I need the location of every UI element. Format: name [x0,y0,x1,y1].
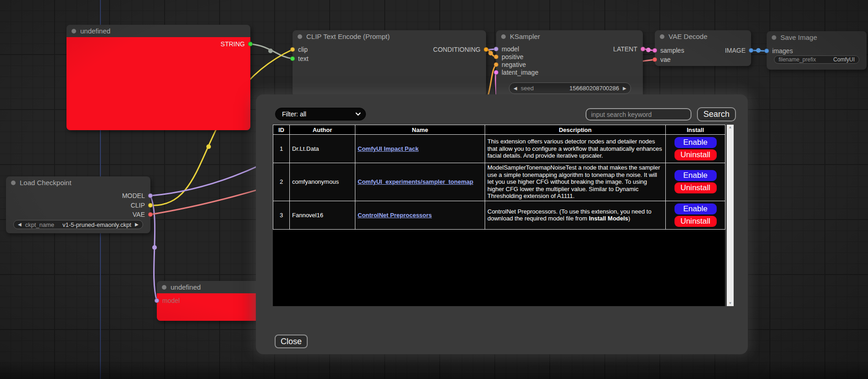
slot-dot-icon[interactable] [155,298,159,303]
close-button[interactable]: Close [275,335,308,348]
input-slot-latent-image[interactable]: latent_image [494,68,538,77]
table-row: 1 Dr.Lt.Data ComfyUI Impact Pack This ex… [273,135,725,163]
slot-dot-icon[interactable] [652,57,657,62]
scroll-up-icon[interactable]: ▲ [729,126,732,129]
slot-dot-icon[interactable] [652,48,657,53]
output-slot-vae[interactable]: VAE [133,210,153,219]
filter-dropdown[interactable]: Filter: all [275,108,366,121]
increment-arrow-icon[interactable]: ▶ [623,86,626,91]
widget-value[interactable]: 156680208700286 [569,85,619,92]
slot-dot-icon[interactable] [290,47,295,52]
extension-link[interactable]: ComfyUI_experiments/sampler_tonemap [358,178,473,185]
next-arrow-icon[interactable]: ▶ [135,222,138,227]
widget-name: seed [521,85,534,92]
search-button[interactable]: Search [697,107,736,121]
slot-dot-icon[interactable] [290,56,295,61]
extension-table-region: ID Author Name Description Install 1 Dr.… [273,125,725,306]
uninstall-button[interactable]: Uninstall [674,149,717,160]
node-load-checkpoint[interactable]: Load Checkpoint MODEL CLIP VAE ◀ ckpt_na… [6,176,150,233]
node-undefined-top[interactable]: undefined STRING [66,25,250,130]
node-title-bar[interactable]: Load Checkpoint [6,176,150,189]
input-slot-text[interactable]: text [290,55,309,63]
node-title-bar[interactable]: VAE Decode [655,30,751,43]
table-row: 3 Fannovel16 ControlNet Preprocessors Co… [273,201,725,229]
seed-widget[interactable]: ◀ seed 156680208700286 ▶ [509,82,631,94]
widget-name: ckpt_name [25,221,55,228]
slot-dot-icon[interactable] [148,212,153,217]
extension-table: ID Author Name Description Install 1 Dr.… [273,125,725,230]
collapse-dot-icon[interactable] [772,35,776,40]
collapse-dot-icon[interactable] [660,34,664,39]
widget-name: filename_prefix [779,56,816,63]
collapse-dot-icon[interactable] [11,181,16,185]
col-header-description: Description [485,125,666,135]
uninstall-button[interactable]: Uninstall [674,216,717,227]
input-slot-model[interactable]: model [494,45,519,53]
custom-nodes-dialog: Filter: all Search ID Author Name Descri… [256,94,748,354]
node-title: Save Image [780,33,817,41]
prev-arrow-icon[interactable]: ◀ [18,222,22,227]
slot-dot-icon[interactable] [248,42,253,46]
ckpt-name-widget[interactable]: ◀ ckpt_name v1-5-pruned-emaonly.ckpt ▶ [13,220,143,229]
search-input[interactable] [586,108,691,121]
output-slot-image[interactable]: IMAGE [725,46,753,55]
output-slot-model[interactable]: MODEL [122,192,153,200]
slot-dot-icon[interactable] [641,47,645,51]
row-author: Dr.Lt.Data [290,135,355,163]
node-vae-decode[interactable]: VAE Decode samples vae IMAGE [655,30,751,66]
collapse-dot-icon[interactable] [501,34,506,39]
input-slot-vae[interactable]: vae [652,55,671,64]
collapse-dot-icon[interactable] [298,34,302,39]
widget-value[interactable]: ComfyUI [833,56,855,63]
enable-button[interactable]: Enable [674,170,717,181]
node-ksampler[interactable]: KSampler model positive negative latent_… [496,30,643,99]
enable-button[interactable]: Enable [674,137,717,148]
slot-dot-icon[interactable] [494,70,498,75]
row-description: ModelSamplerTonemapNoiseTest a node that… [485,163,666,201]
slot-dot-icon[interactable] [148,193,153,198]
widget-value[interactable]: v1-5-pruned-emaonly.ckpt [62,221,131,228]
output-slot-latent[interactable]: LATENT [613,45,645,53]
input-slot-negative[interactable]: negative [494,60,526,69]
node-title-bar[interactable]: undefined [66,25,250,37]
enable-button[interactable]: Enable [674,203,717,214]
collapse-dot-icon[interactable] [162,285,166,290]
filename-prefix-widget[interactable]: filename_prefix ComfyUI [774,55,859,64]
extension-link[interactable]: ControlNet Preprocessors [358,212,432,219]
row-description: ControlNet Preprocessors. (To use this e… [485,201,666,229]
decrement-arrow-icon[interactable]: ◀ [514,86,517,91]
input-slot-model[interactable]: model [155,297,180,305]
output-slot-string[interactable]: STRING [221,40,253,48]
extension-link[interactable]: ComfyUI Impact Pack [358,145,419,152]
node-clip-text-encode[interactable]: CLIP Text Encode (Prompt) clip text COND… [293,30,486,97]
input-slot-clip[interactable]: clip [290,45,308,54]
node-title-bar[interactable]: Save Image [767,31,867,44]
input-slot-positive[interactable]: positive [494,53,523,61]
input-slot-samples[interactable]: samples [652,46,684,55]
node-title: KSampler [510,33,540,40]
row-id: 2 [273,163,290,201]
row-author: Fannovel16 [290,201,355,229]
collapse-dot-icon[interactable] [72,29,76,33]
scroll-down-icon[interactable]: ▼ [729,302,732,305]
node-save-image[interactable]: Save Image images filename_prefix ComfyU… [767,31,867,70]
slot-dot-icon[interactable] [484,47,488,52]
slot-dot-icon[interactable] [749,48,753,53]
slot-dot-icon[interactable] [494,62,498,67]
slot-dot-icon[interactable] [494,55,498,59]
uninstall-button[interactable]: Uninstall [674,182,717,193]
col-header-name: Name [355,125,485,135]
slot-dot-icon[interactable] [494,47,498,51]
output-slot-clip[interactable]: CLIP [131,201,153,209]
slot-dot-icon[interactable] [764,49,769,53]
node-title-bar[interactable]: CLIP Text Encode (Prompt) [293,30,486,43]
row-id: 3 [273,201,290,229]
table-header-row: ID Author Name Description Install [273,125,725,135]
node-title: undefined [80,27,111,35]
slot-dot-icon[interactable] [148,203,153,208]
input-slot-images[interactable]: images [764,47,793,55]
output-slot-conditioning[interactable]: CONDITIONING [433,45,488,54]
table-scrollbar[interactable]: ▲ ▼ [727,125,734,306]
node-title-bar[interactable]: KSampler [496,30,643,43]
node-title: Load Checkpoint [20,179,72,187]
